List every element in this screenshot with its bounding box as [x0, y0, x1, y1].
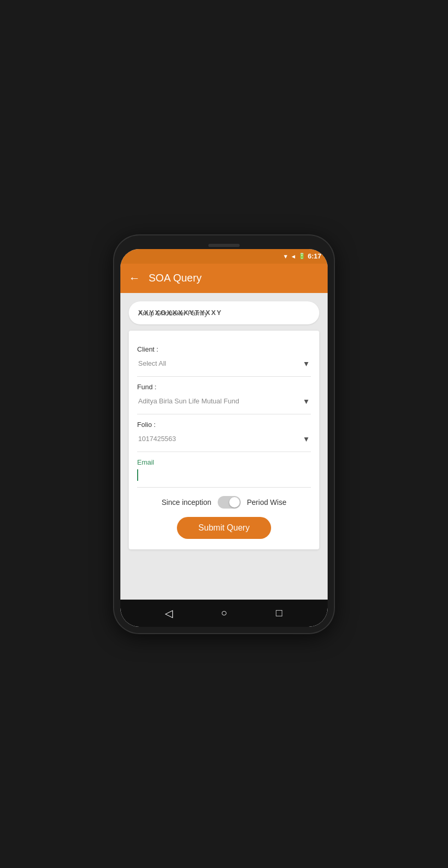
- fund-value: Aditya Birla Sun Life Mutual Fund: [138, 397, 239, 405]
- signal-icon: ◄: [290, 253, 296, 260]
- client-field-group: Client : Select All ▼: [137, 339, 311, 377]
- submit-button[interactable]: Submit Query: [177, 517, 271, 539]
- folio-label: Folio :: [137, 421, 311, 429]
- email-label: Email: [137, 458, 311, 466]
- email-field-group: Email: [137, 452, 311, 488]
- phone-top: [120, 242, 328, 249]
- status-icons: ▼ ◄ 🔋 6:17: [283, 252, 321, 260]
- email-cursor: [137, 469, 138, 481]
- status-bar: ▼ ◄ 🔋 6:17: [120, 249, 328, 264]
- nav-back-button[interactable]: ◁: [160, 604, 178, 623]
- content-area: XXYXOXXXXYTYXXY Anup Ghodeker Family Cli…: [120, 293, 328, 600]
- form-card: Client : Select All ▼ Fund : Aditya Birl…: [129, 331, 319, 549]
- folio-field-group: Folio : 1017425563 ▼: [137, 414, 311, 452]
- toggle-period-label: Period Wise: [247, 498, 286, 506]
- back-button[interactable]: ←: [129, 273, 140, 284]
- fund-field-group: Fund : Aditya Birla Sun Life Mutual Fund…: [137, 377, 311, 414]
- status-time: 6:17: [308, 252, 321, 260]
- toggle-thumb: [229, 497, 240, 508]
- notch: [208, 244, 240, 247]
- fund-dropdown-arrow: ▼: [303, 397, 310, 405]
- client-label: Client :: [137, 345, 311, 353]
- client-dropdown-arrow: ▼: [303, 359, 310, 368]
- toggle-switch[interactable]: [218, 496, 241, 509]
- search-bar[interactable]: XXYXOXXXXYTYXXY Anup Ghodeker Family: [129, 301, 319, 324]
- client-value: Select All: [138, 359, 166, 367]
- phone-inner: ▼ ◄ 🔋 6:17 ← SOA Query XXYXOXXXXYTYXXY A…: [120, 249, 328, 627]
- client-dropdown[interactable]: Select All ▼: [137, 357, 311, 370]
- email-input[interactable]: [137, 469, 311, 481]
- fund-label: Fund :: [137, 383, 311, 391]
- folio-dropdown-arrow: ▼: [303, 435, 310, 443]
- toggle-since-label: Since inception: [162, 498, 211, 506]
- bottom-nav: ◁ ○ □: [120, 600, 328, 627]
- folio-dropdown[interactable]: 1017425563 ▼: [137, 433, 311, 445]
- wifi-icon: ▼: [283, 253, 288, 260]
- page-title: SOA Query: [149, 272, 201, 284]
- fund-dropdown[interactable]: Aditya Birla Sun Life Mutual Fund ▼: [137, 395, 311, 408]
- battery-icon: 🔋: [298, 253, 306, 260]
- nav-home-button[interactable]: ○: [215, 604, 233, 623]
- nav-recent-button[interactable]: □: [270, 604, 288, 623]
- search-text: Anup Ghodeker Family: [138, 309, 208, 317]
- top-bar: ← SOA Query: [120, 264, 328, 293]
- folio-value: 1017425563: [138, 435, 176, 443]
- phone-frame: ▼ ◄ 🔋 6:17 ← SOA Query XXYXOXXXXYTYXXY A…: [114, 235, 334, 633]
- toggle-row: Since inception Period Wise: [137, 488, 311, 513]
